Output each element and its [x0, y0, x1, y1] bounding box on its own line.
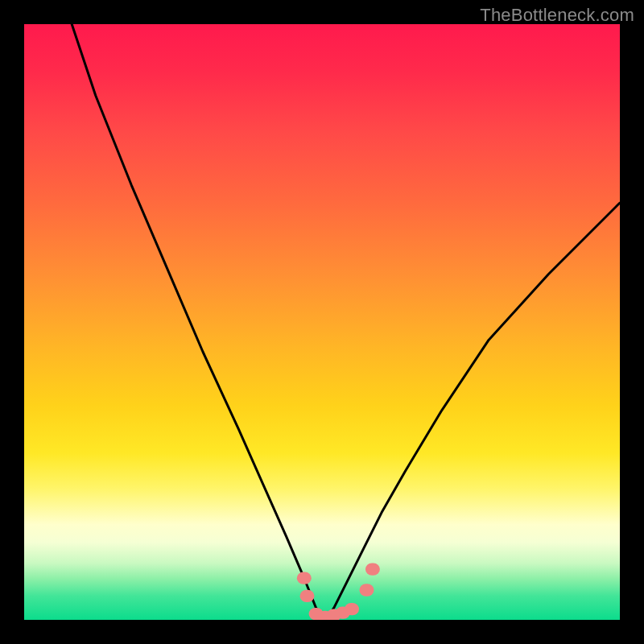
right-cluster-high	[365, 563, 380, 575]
left-cluster-mid	[300, 590, 315, 602]
left-cluster-top	[297, 572, 312, 584]
watermark-text: TheBottleneck.com	[480, 5, 634, 26]
curve-line	[72, 24, 620, 617]
right-cluster-low	[360, 584, 374, 596]
plot-area	[24, 24, 620, 620]
chart-frame: TheBottleneck.com	[0, 0, 644, 644]
bottleneck-curve-path	[72, 24, 620, 617]
bottom-group-5	[345, 603, 359, 615]
curve-markers	[297, 563, 380, 620]
chart-svg	[24, 24, 620, 620]
